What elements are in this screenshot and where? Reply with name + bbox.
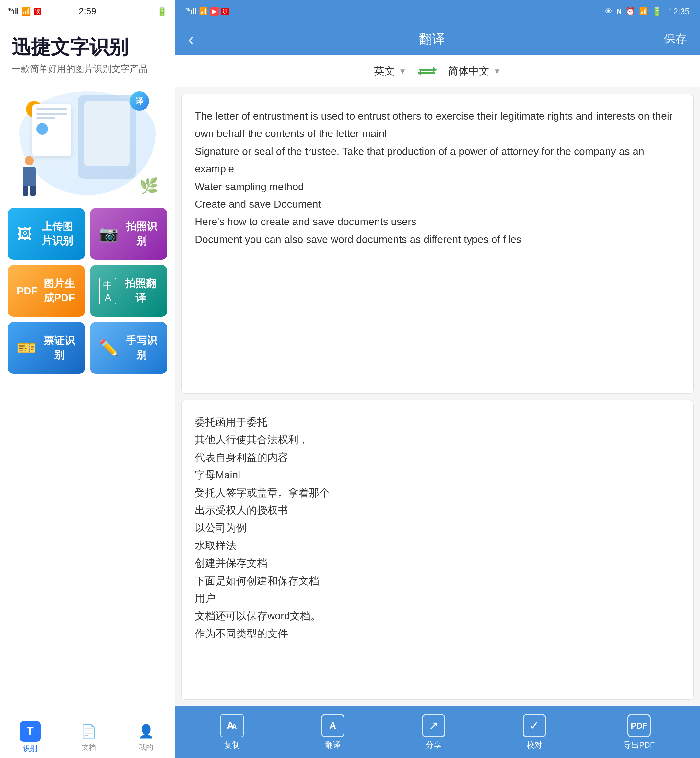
n-icon: N	[616, 7, 622, 16]
target-lang-chevron: ▼	[493, 67, 501, 76]
translate-badge-icon: 译	[130, 91, 149, 111]
target-language-selector[interactable]: 简体中文 ▼	[448, 64, 501, 78]
translate-toolbar-label: 翻译	[325, 740, 341, 750]
source-text: The letter of entrustment is used to ent…	[195, 107, 680, 248]
person-leg-right	[30, 186, 36, 196]
copy-toolbar-item[interactable]: A A 复制	[220, 714, 244, 750]
take-photo-button[interactable]: 📷 拍照识别	[90, 208, 167, 260]
source-language-selector[interactable]: 英文 ▼	[374, 64, 406, 78]
export-pdf-toolbar-item[interactable]: PDF 导出PDF	[623, 714, 655, 750]
photo-translate-label: 拍照翻译	[123, 277, 158, 305]
sim-icon-left: 读	[34, 8, 42, 15]
eye-icon: 👁	[605, 7, 612, 16]
translate-icon-inner: A	[329, 720, 336, 731]
copy-label: 复制	[224, 740, 240, 750]
battery-right-icon: 🔋	[652, 6, 662, 17]
live-icon: ▶	[210, 7, 219, 16]
doc-line-3	[36, 117, 55, 119]
upload-label: 上传图片识别	[39, 220, 76, 248]
bottom-nav: T 识别 📄 文档 👤 我的	[0, 716, 175, 758]
back-button[interactable]: ‹	[188, 28, 194, 50]
nav-item-profile[interactable]: 👤 我的	[137, 722, 155, 752]
person-body	[23, 167, 36, 186]
translate-toolbar-item[interactable]: A 翻译	[321, 714, 344, 750]
copy-corner: A	[231, 722, 237, 731]
status-icons-right-group: 🔋	[157, 6, 167, 17]
handwrite-label: 手写识别	[125, 334, 158, 362]
wifi-icon-right: 📶	[199, 7, 208, 16]
export-pdf-label: 导出PDF	[623, 740, 655, 750]
person-head	[25, 156, 34, 165]
status-bar-left: 46ıll 📶 读 2:59 🔋	[0, 0, 175, 23]
swap-left-arrow	[419, 72, 435, 74]
right-status-icons: 👁 N ⏰ 📶 🔋 12:35	[229, 6, 690, 17]
doc-illustration	[33, 104, 71, 156]
proofread-toolbar-item[interactable]: ✓ 校对	[523, 714, 546, 750]
signal-right: 46ıll	[185, 7, 196, 16]
export-pdf-icon: PDF	[627, 714, 651, 737]
copy-icon: A A	[220, 714, 244, 737]
hero-title: 迅捷文字识别	[12, 36, 163, 59]
pdf-icon: PDF	[17, 285, 36, 297]
signal-left: 46ıll	[8, 7, 19, 16]
phone-illustration	[78, 95, 136, 179]
translate-icon: 中A	[99, 278, 116, 304]
sim2-icon-right: 读	[221, 8, 229, 15]
person-legs	[23, 186, 36, 196]
share-label: 分享	[426, 740, 441, 750]
handwrite-icon: ✏️	[99, 339, 119, 357]
ocr-nav-icon: T	[20, 721, 41, 742]
source-text-box[interactable]: The letter of entrustment is used to ent…	[181, 94, 694, 394]
signal2-icon: 📶	[639, 7, 648, 16]
upload-photo-button[interactable]: 🖼 上传图片识别	[8, 208, 85, 260]
page-title: 翻译	[201, 30, 664, 48]
doc-line-1	[36, 108, 67, 110]
pdf-button[interactable]: PDF 图片生成PDF	[8, 265, 85, 317]
time-right: 12:35	[669, 6, 690, 17]
docs-nav-label: 文档	[82, 742, 96, 752]
hero-subtitle: 一款简单好用的图片识别文字产品	[12, 63, 163, 75]
nav-item-ocr[interactable]: T 识别	[20, 721, 41, 753]
upload-icon: 🖼	[17, 225, 33, 243]
proofread-label: 校对	[527, 740, 542, 750]
doc-circle	[36, 123, 48, 135]
profile-nav-icon: 👤	[137, 722, 155, 741]
language-bar: 英文 ▼ 简体中文 ▼	[175, 55, 700, 87]
bottom-toolbar: A A 复制 A 翻译 ↗ 分享 ✓ 校对 PDF 导出PDF	[175, 706, 700, 758]
top-bar-right: ‹ 翻译 保存	[175, 23, 700, 55]
translated-text-box[interactable]: 委托函用于委托 其他人行使其合法权利， 代表自身利益的内容 字母Mainl 受托…	[181, 400, 694, 700]
proofread-icon: ✓	[523, 714, 546, 737]
camera-icon: 📷	[99, 225, 119, 243]
doc-line-2	[36, 113, 67, 115]
alarm-icon: ⏰	[625, 7, 635, 16]
share-icon: ↗	[422, 714, 445, 737]
figure-person	[19, 156, 39, 195]
swap-right-arrow	[419, 69, 435, 71]
hero-illustration: ⤴ 译 🌿	[0, 85, 175, 201]
source-lang-chevron: ▼	[398, 67, 406, 76]
wifi-icon-left: 📶	[21, 7, 31, 16]
feature-button-grid: 🖼 上传图片识别 📷 拍照识别 PDF 图片生成PDF 中A 拍照翻译 🎫 票证…	[0, 208, 175, 374]
status-bar-right: 46ıll 📶 ▶ 读 👁 N ⏰ 📶 🔋 12:35	[175, 0, 700, 23]
save-button[interactable]: 保存	[664, 31, 687, 47]
share-toolbar-item[interactable]: ↗ 分享	[422, 714, 445, 750]
person-leg-left	[23, 186, 28, 196]
translated-text: 委托函用于委托 其他人行使其合法权利， 代表自身利益的内容 字母Mainl 受托…	[195, 413, 680, 643]
content-area: The letter of entrustment is used to ent…	[175, 87, 700, 706]
battery-icon-left: 🔋	[157, 6, 167, 17]
docs-nav-icon: 📄	[80, 722, 98, 741]
ticket-label: 票证识别	[43, 334, 76, 362]
ticket-button[interactable]: 🎫 票证识别	[8, 322, 85, 374]
nav-item-docs[interactable]: 📄 文档	[80, 722, 98, 752]
ticket-icon: 🎫	[17, 339, 36, 357]
swap-language-button[interactable]	[419, 69, 435, 74]
time-left: 2:59	[79, 6, 97, 17]
handwrite-button[interactable]: ✏️ 手写识别	[90, 322, 167, 374]
source-lang-text: 英文	[374, 64, 395, 78]
photo-label: 拍照识别	[125, 220, 158, 248]
photo-translate-button[interactable]: 中A 拍照翻译	[90, 265, 167, 317]
target-lang-text: 简体中文	[448, 64, 489, 78]
hero-section: 迅捷文字识别 一款简单好用的图片识别文字产品	[0, 23, 175, 82]
ocr-nav-label: 识别	[23, 744, 37, 753]
left-panel: 46ıll 📶 读 2:59 🔋 迅捷文字识别 一款简单好用的图片识别文字产品 …	[0, 0, 175, 758]
